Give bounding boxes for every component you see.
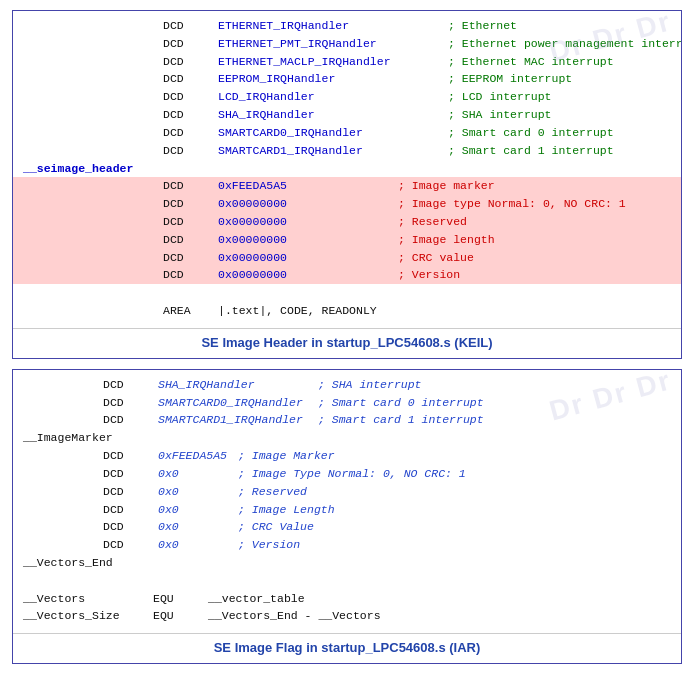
- mnemonic: DCD: [103, 501, 158, 519]
- operand: ETHERNET_MACLP_IRQHandler: [218, 53, 448, 71]
- mnemonic: DCD: [103, 376, 158, 394]
- mnemonic: DCD: [163, 35, 218, 53]
- mnemonic: DCD: [163, 88, 218, 106]
- mnemonic: DCD: [103, 536, 158, 554]
- mnemonic: DCD: [163, 17, 218, 35]
- mnemonic: DCD: [163, 177, 218, 195]
- mnemonic: DCD: [163, 70, 218, 88]
- code-line: DCD EEPROM_IRQHandler ; EEPROM interrupt: [13, 70, 681, 88]
- code-line-blank: [13, 284, 681, 302]
- comment: ; SHA interrupt: [318, 376, 422, 394]
- comment: ; Ethernet: [448, 17, 517, 35]
- operand: __Vectors_End - __Vectors: [208, 607, 381, 625]
- mnemonic: DCD: [103, 411, 158, 429]
- operand: ETHERNET_IRQHandler: [218, 17, 448, 35]
- comment: ; Smart card 1 interrupt: [318, 411, 484, 429]
- comment: ; Ethernet power management interrupt: [448, 35, 681, 53]
- code-line: DCD 0xFEEDA5A5 ; Image Marker: [13, 447, 681, 465]
- comment: ; Image Length: [238, 501, 335, 519]
- mnemonic: DCD: [163, 124, 218, 142]
- operand: |.text|, CODE, READONLY: [218, 302, 377, 320]
- operand: 0x00000000: [218, 231, 398, 249]
- code-line: AREA |.text|, CODE, READONLY: [13, 302, 681, 320]
- vectors-size-label: __Vectors_Size: [23, 607, 153, 625]
- vectors-label: __Vectors: [23, 590, 153, 608]
- operand: SHA_IRQHandler: [158, 376, 318, 394]
- operand: 0x0: [158, 501, 238, 519]
- mnemonic: DCD: [163, 249, 218, 267]
- iar-panel: Dr Dr Dr DCD SHA_IRQHandler ; SHA interr…: [12, 369, 682, 664]
- operand: LCD_IRQHandler: [218, 88, 448, 106]
- code-line-highlighted: DCD 0x00000000 ; Image type Normal: 0, N…: [13, 195, 681, 213]
- keil-panel-title: SE Image Header in startup_LPC54608.s (K…: [13, 328, 681, 358]
- code-line: DCD 0x0 ; Image Type Normal: 0, NO CRC: …: [13, 465, 681, 483]
- mnemonic: DCD: [103, 518, 158, 536]
- comment: ; CRC value: [398, 249, 474, 267]
- code-line: DCD 0x0 ; CRC Value: [13, 518, 681, 536]
- operand: ETHERNET_PMT_IRQHandler: [218, 35, 448, 53]
- operand: 0xFEEDA5A5: [158, 447, 238, 465]
- mnemonic: DCD: [163, 106, 218, 124]
- comment: ; Smart card 0 interrupt: [448, 124, 614, 142]
- code-line: DCD SMARTCARD1_IRQHandler ; Smart card 1…: [13, 411, 681, 429]
- comment: ; LCD interrupt: [448, 88, 552, 106]
- code-line-highlighted: DCD 0x00000000 ; CRC value: [13, 249, 681, 267]
- mnemonic: DCD: [103, 394, 158, 412]
- comment: ; Smart card 1 interrupt: [448, 142, 614, 160]
- comment: ; Image Type Normal: 0, NO CRC: 1: [238, 465, 466, 483]
- comment: ; Image marker: [398, 177, 495, 195]
- code-line: DCD 0x0 ; Version: [13, 536, 681, 554]
- code-line-highlighted: DCD 0x00000000 ; Version: [13, 266, 681, 284]
- operand: 0x00000000: [218, 266, 398, 284]
- operand: 0x00000000: [218, 195, 398, 213]
- mnemonic: DCD: [103, 465, 158, 483]
- mnemonic: EQU: [153, 607, 208, 625]
- section-label: __seimage_header: [23, 160, 133, 178]
- comment: ; Reserved: [398, 213, 467, 231]
- mnemonic: DCD: [163, 142, 218, 160]
- code-line-label: __seimage_header: [13, 160, 681, 178]
- mnemonic: DCD: [103, 483, 158, 501]
- comment: ; Image type Normal: 0, NO CRC: 1: [398, 195, 626, 213]
- mnemonic: DCD: [163, 231, 218, 249]
- iar-panel-title: SE Image Flag in startup_LPC54608.s (IAR…: [13, 633, 681, 663]
- operand: SMARTCARD0_IRQHandler: [218, 124, 448, 142]
- code-line: DCD SHA_IRQHandler ; SHA interrupt: [13, 106, 681, 124]
- comment: ; Ethernet MAC interrupt: [448, 53, 614, 71]
- operand: 0x00000000: [218, 249, 398, 267]
- mnemonic: DCD: [163, 213, 218, 231]
- code-line-blank: [13, 572, 681, 590]
- comment: ; Version: [398, 266, 460, 284]
- operand: SHA_IRQHandler: [218, 106, 448, 124]
- mnemonic: DCD: [103, 447, 158, 465]
- operand: EEPROM_IRQHandler: [218, 70, 448, 88]
- comment: ; EEPROM interrupt: [448, 70, 572, 88]
- comment: ; Version: [238, 536, 300, 554]
- comment: ; Image length: [398, 231, 495, 249]
- mnemonic: EQU: [153, 590, 208, 608]
- vectors-end-label: __Vectors_End: [23, 554, 113, 572]
- iar-code-area: DCD SHA_IRQHandler ; SHA interrupt DCD S…: [13, 370, 681, 629]
- code-line-highlighted: DCD 0x00000000 ; Image length: [13, 231, 681, 249]
- mnemonic: DCD: [163, 195, 218, 213]
- code-line: DCD LCD_IRQHandler ; LCD interrupt: [13, 88, 681, 106]
- mnemonic: AREA: [163, 302, 218, 320]
- comment: ; Image Marker: [238, 447, 335, 465]
- code-line: DCD 0x0 ; Reserved: [13, 483, 681, 501]
- operand: SMARTCARD1_IRQHandler: [158, 411, 318, 429]
- comment: ; SHA interrupt: [448, 106, 552, 124]
- code-line-highlighted: DCD 0x00000000 ; Reserved: [13, 213, 681, 231]
- comment: ; Smart card 0 interrupt: [318, 394, 484, 412]
- operand: 0x0: [158, 536, 238, 554]
- operand: __vector_table: [208, 590, 305, 608]
- operand: SMARTCARD0_IRQHandler: [158, 394, 318, 412]
- code-line: DCD ETHERNET_IRQHandler ; Ethernet: [13, 17, 681, 35]
- operand: SMARTCARD1_IRQHandler: [218, 142, 448, 160]
- operand: 0x0: [158, 518, 238, 536]
- code-line: DCD ETHERNET_PMT_IRQHandler ; Ethernet p…: [13, 35, 681, 53]
- mnemonic: DCD: [163, 266, 218, 284]
- operand: 0x00000000: [218, 213, 398, 231]
- code-line: DCD ETHERNET_MACLP_IRQHandler ; Ethernet…: [13, 53, 681, 71]
- code-line-equ: __Vectors EQU __vector_table: [13, 590, 681, 608]
- code-line: DCD 0x0 ; Image Length: [13, 501, 681, 519]
